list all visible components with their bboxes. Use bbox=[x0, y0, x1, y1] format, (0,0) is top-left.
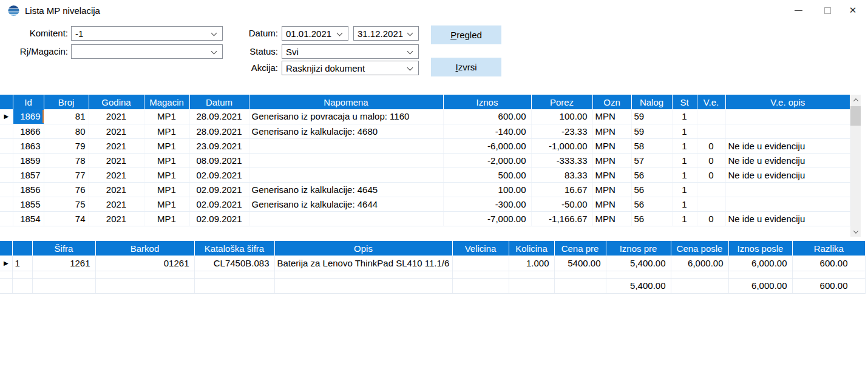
cell[interactable]: 1855 bbox=[13, 197, 44, 211]
cell[interactable]: 1857 bbox=[13, 168, 44, 182]
cell[interactable] bbox=[452, 256, 509, 271]
cell[interactable] bbox=[249, 153, 443, 168]
cell[interactable]: 76 bbox=[44, 182, 89, 197]
cell[interactable]: 1.000 bbox=[509, 256, 554, 271]
cell[interactable]: 08.09.2021 bbox=[189, 153, 249, 168]
scroll-down-button[interactable] bbox=[850, 226, 861, 237]
cell[interactable]: 78 bbox=[44, 153, 89, 168]
cell[interactable]: 2021 bbox=[89, 138, 144, 153]
komitent-select[interactable]: -1 bbox=[71, 26, 223, 41]
table-row[interactable]: 1855752021MP102.09.2021Generisano iz kal… bbox=[0, 197, 850, 211]
cell[interactable]: 56 bbox=[631, 211, 672, 226]
cell[interactable] bbox=[697, 182, 725, 197]
col-header[interactable]: Id bbox=[13, 95, 44, 109]
cell[interactable]: -2,000.00 bbox=[443, 153, 531, 168]
cell[interactable]: 1 bbox=[672, 211, 697, 226]
cell[interactable]: 1 bbox=[672, 124, 697, 138]
cell[interactable]: MP1 bbox=[144, 197, 189, 211]
maximize-button[interactable] bbox=[818, 2, 836, 18]
cell[interactable]: -50.00 bbox=[531, 197, 592, 211]
cell[interactable]: 2021 bbox=[89, 124, 144, 138]
cell[interactable] bbox=[725, 197, 850, 211]
datum-to-select[interactable]: 31.12.2021 bbox=[353, 26, 419, 41]
pregled-button[interactable]: Pregled bbox=[431, 25, 501, 44]
col-header[interactable]: Godina bbox=[89, 95, 144, 109]
col-header[interactable]: Nalog bbox=[631, 95, 672, 109]
col-header[interactable]: Barkod bbox=[95, 241, 194, 256]
cell[interactable]: -6,000.00 bbox=[443, 138, 531, 153]
col-header[interactable]: Ozn bbox=[592, 95, 631, 109]
cell[interactable]: 2021 bbox=[89, 109, 144, 124]
cell[interactable]: 80 bbox=[44, 124, 89, 138]
cell[interactable]: 0 bbox=[697, 153, 725, 168]
cell[interactable]: 1 bbox=[12, 256, 32, 271]
cell[interactable]: 56 bbox=[631, 182, 672, 197]
cell[interactable]: 23.09.2021 bbox=[189, 138, 249, 153]
cell[interactable]: 2021 bbox=[89, 168, 144, 182]
cell[interactable]: 6,000.00 bbox=[728, 256, 792, 271]
cell[interactable] bbox=[249, 211, 443, 226]
cell[interactable]: -1,166.67 bbox=[531, 211, 592, 226]
cell[interactable]: 74 bbox=[44, 211, 89, 226]
table-row[interactable]: 1857772021MP102.09.2021500.0083.33MPN561… bbox=[0, 168, 850, 182]
table-row[interactable]: 1859782021MP108.09.2021-2,000.00-333.33M… bbox=[0, 153, 850, 168]
cell[interactable]: Ne ide u evidenciju bbox=[725, 168, 850, 182]
cell[interactable] bbox=[249, 168, 443, 182]
col-header[interactable]: Iznos posle bbox=[728, 241, 792, 256]
cell[interactable]: 1866 bbox=[13, 124, 44, 138]
scroll-up-button[interactable] bbox=[850, 95, 861, 105]
cell[interactable]: 28.09.2021 bbox=[189, 124, 249, 138]
status-select[interactable]: Svi bbox=[282, 44, 419, 59]
cell[interactable]: 1 bbox=[672, 197, 697, 211]
cell[interactable]: 02.09.2021 bbox=[189, 197, 249, 211]
akcija-select[interactable]: Rasknjizi dokument bbox=[282, 61, 419, 75]
table-row[interactable]: 1856762021MP102.09.2021Generisano iz kal… bbox=[0, 182, 850, 197]
cell[interactable]: -300.00 bbox=[443, 197, 531, 211]
cell[interactable]: MPN bbox=[592, 197, 631, 211]
cell[interactable]: MP1 bbox=[144, 138, 189, 153]
col-header[interactable]: Porez bbox=[531, 95, 592, 109]
scrollbar-thumb[interactable] bbox=[850, 106, 861, 126]
cell[interactable]: MPN bbox=[592, 124, 631, 138]
cell[interactable]: 1859 bbox=[13, 153, 44, 168]
cell[interactable]: 58 bbox=[631, 138, 672, 153]
cell[interactable]: 1854 bbox=[13, 211, 44, 226]
col-header[interactable]: Šifra bbox=[32, 241, 95, 256]
cell[interactable]: 2021 bbox=[89, 197, 144, 211]
cell[interactable]: Ne ide u evidenciju bbox=[725, 211, 850, 226]
cell[interactable]: 56 bbox=[631, 197, 672, 211]
cell[interactable]: Generisano iz kalkulacije: 4680 bbox=[249, 124, 443, 138]
cell[interactable] bbox=[725, 182, 850, 197]
col-header[interactable]: Iznos bbox=[443, 95, 531, 109]
col-header[interactable]: Cena posle bbox=[671, 241, 728, 256]
cell[interactable]: 2021 bbox=[89, 182, 144, 197]
cell[interactable]: 79 bbox=[44, 138, 89, 153]
col-header[interactable]: St bbox=[672, 95, 697, 109]
cell[interactable]: 75 bbox=[44, 197, 89, 211]
izvrsi-button[interactable]: Izvrsi bbox=[431, 58, 501, 76]
cell[interactable]: 02.09.2021 bbox=[189, 182, 249, 197]
col-header[interactable]: Broj bbox=[44, 95, 89, 109]
rj-magacin-select[interactable] bbox=[71, 44, 223, 59]
cell[interactable]: Ne ide u evidenciju bbox=[725, 153, 850, 168]
table-row[interactable]: ▶1869812021MP128.09.2021Generisano iz po… bbox=[0, 109, 850, 124]
cell[interactable]: -333.33 bbox=[531, 153, 592, 168]
cell[interactable]: 5400.00 bbox=[554, 256, 606, 271]
cell[interactable]: 1 bbox=[672, 138, 697, 153]
datum-from-select[interactable]: 01.01.2021 bbox=[282, 26, 348, 41]
table-row[interactable]: 1863792021MP123.09.2021-6,000.00-1,000.0… bbox=[0, 138, 850, 153]
cell[interactable]: 01261 bbox=[95, 256, 194, 271]
cell[interactable] bbox=[697, 197, 725, 211]
cell[interactable]: 83.33 bbox=[531, 168, 592, 182]
cell[interactable]: 1856 bbox=[13, 182, 44, 197]
cell[interactable]: 1 bbox=[672, 182, 697, 197]
col-header[interactable]: Iznos pre bbox=[606, 241, 671, 256]
cell[interactable]: MPN bbox=[592, 168, 631, 182]
cell[interactable]: 59 bbox=[631, 109, 672, 124]
cell[interactable]: MP1 bbox=[144, 109, 189, 124]
cell[interactable]: MP1 bbox=[144, 124, 189, 138]
cell[interactable]: 1 bbox=[672, 153, 697, 168]
cell[interactable]: 1863 bbox=[13, 138, 44, 153]
col-header[interactable]: Opis bbox=[274, 241, 452, 256]
cell[interactable]: 500.00 bbox=[443, 168, 531, 182]
